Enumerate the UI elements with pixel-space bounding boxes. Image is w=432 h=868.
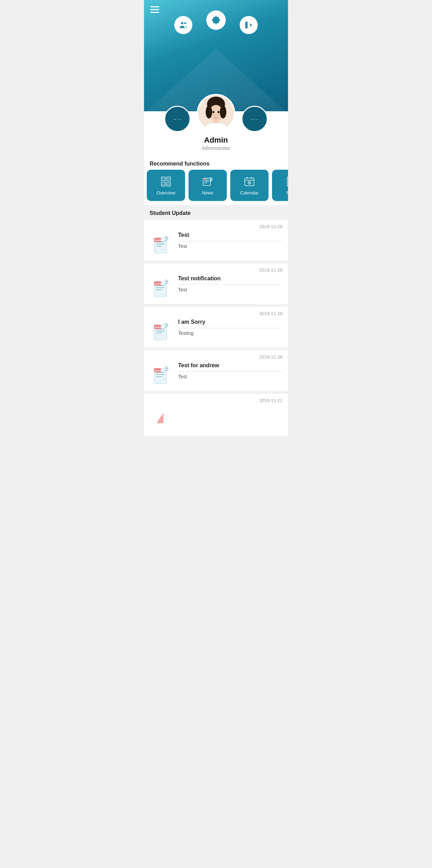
- news-date-1: 2019-11-28: [150, 267, 282, 273]
- news-card-1[interactable]: 2019-11-28 NEWS Test notification Test: [144, 263, 288, 304]
- report-button[interactable]: Re...: [272, 170, 288, 201]
- overview-button[interactable]: Overview: [147, 170, 185, 201]
- student-update-section: Student Update 2019-11-28 NEWS: [144, 205, 288, 436]
- student-update-label: Student Update: [144, 205, 288, 220]
- top-action-icons: [174, 10, 258, 34]
- profile-avatar: [197, 94, 235, 132]
- people-button[interactable]: [174, 16, 192, 34]
- overview-icon: [160, 176, 172, 187]
- recommend-label: Recommend functions: [144, 156, 288, 170]
- news-label: News: [202, 190, 214, 195]
- logout-button[interactable]: [240, 16, 258, 34]
- news-preview-0: Test: [178, 243, 282, 249]
- svg-point-8: [220, 106, 226, 119]
- news-body-1: NEWS Test notification Test: [150, 275, 282, 300]
- hero-section: --:--: [144, 0, 288, 111]
- news-body-4: [150, 406, 282, 433]
- avatar-portrait: [198, 95, 234, 131]
- people-icon: [179, 21, 188, 30]
- news-content-0: Test Test: [178, 232, 282, 249]
- svg-point-59: [165, 327, 166, 328]
- svg-text:NEWS: NEWS: [155, 326, 161, 328]
- svg-point-66: [165, 370, 166, 371]
- news-thumbnail-icon-2: NEWS: [151, 320, 173, 342]
- hamburger-menu[interactable]: [150, 6, 159, 13]
- news-title-0: Test: [178, 232, 282, 241]
- report-icon: [285, 176, 288, 187]
- settings-button[interactable]: [206, 10, 226, 30]
- news-card-2[interactable]: 2019-11-28 NEWS I am Sorry Testing: [144, 307, 288, 347]
- svg-point-1: [184, 22, 186, 24]
- news-thumbnail-icon-1: NEWS: [151, 276, 173, 299]
- calendar-button[interactable]: Calendar: [230, 170, 269, 201]
- news-date-2: 2019-11-28: [150, 311, 282, 316]
- news-icon-4: [150, 406, 174, 430]
- news-content-1: Test notification Test: [178, 275, 282, 292]
- svg-text:NEWS: NEWS: [155, 239, 161, 241]
- svg-point-0: [181, 22, 184, 24]
- functions-scroll: Overview NEWS News: [144, 170, 288, 205]
- news-thumbnail-icon: NEWS: [151, 233, 173, 255]
- news-title-2: I am Sorry: [178, 319, 282, 328]
- news-title-1: Test notification: [178, 275, 282, 285]
- news-card-0[interactable]: 2019-11-28 NEWS: [144, 220, 288, 260]
- profile-name: Admin: [144, 136, 288, 145]
- news-title-3: Test for andrew: [178, 362, 282, 372]
- report-label: Re...: [286, 190, 288, 195]
- calendar-icon: [243, 176, 255, 187]
- svg-rect-35: [287, 177, 288, 186]
- news-content-3: Test for andrew Test: [178, 362, 282, 379]
- news-preview-2: Testing: [178, 330, 282, 336]
- news-date-0: 2019-11-28: [150, 224, 282, 229]
- profile-role: Administrator: [144, 145, 288, 151]
- news-body-2: NEWS I am Sorry Testing: [150, 319, 282, 343]
- avatar-section: --:--: [144, 94, 288, 132]
- news-preview-1: Test: [178, 287, 282, 292]
- svg-point-52: [165, 283, 166, 284]
- news-date-3: 2019-11-28: [150, 354, 282, 360]
- left-side-circle[interactable]: --:--: [164, 106, 191, 132]
- overview-label: Overview: [157, 190, 175, 195]
- svg-point-45: [165, 240, 166, 241]
- avatar-row: --:--: [164, 94, 268, 132]
- svg-text:NEWS: NEWS: [155, 370, 161, 372]
- calendar-label: Calendar: [240, 190, 259, 195]
- news-card-4[interactable]: 2019-11-21: [144, 394, 288, 436]
- partial-icon: [155, 411, 169, 425]
- news-thumbnail-icon-3: NEWS: [151, 363, 173, 386]
- news-icon-1: NEWS: [150, 275, 174, 300]
- right-side-circle[interactable]: --:--: [241, 106, 268, 132]
- news-body-0: NEWS Test Test: [150, 232, 282, 256]
- news-button[interactable]: NEWS News: [189, 170, 227, 201]
- news-date-4: 2019-11-21: [150, 398, 282, 403]
- logout-icon: [244, 21, 253, 30]
- news-icon-3: NEWS: [150, 362, 174, 387]
- news-card-3[interactable]: 2019-11-28 NEWS Test for andrew Test: [144, 350, 288, 391]
- svg-marker-67: [157, 413, 163, 423]
- recommend-section: Recommend functions Overview: [144, 156, 288, 205]
- svg-point-25: [210, 180, 211, 181]
- svg-point-12: [218, 111, 220, 113]
- svg-text:NEWS: NEWS: [203, 178, 208, 180]
- svg-point-11: [213, 111, 215, 113]
- news-icon-2: NEWS: [150, 319, 174, 343]
- news-preview-3: Test: [178, 374, 282, 379]
- news-content-2: I am Sorry Testing: [178, 319, 282, 336]
- news-body-3: NEWS Test for andrew Test: [150, 362, 282, 387]
- avatar-image: [198, 95, 234, 131]
- gear-icon: [211, 16, 221, 25]
- svg-text:NEWS: NEWS: [155, 283, 161, 285]
- svg-point-7: [206, 106, 212, 119]
- news-func-icon: NEWS: [202, 176, 214, 187]
- news-icon-0: NEWS: [150, 232, 174, 256]
